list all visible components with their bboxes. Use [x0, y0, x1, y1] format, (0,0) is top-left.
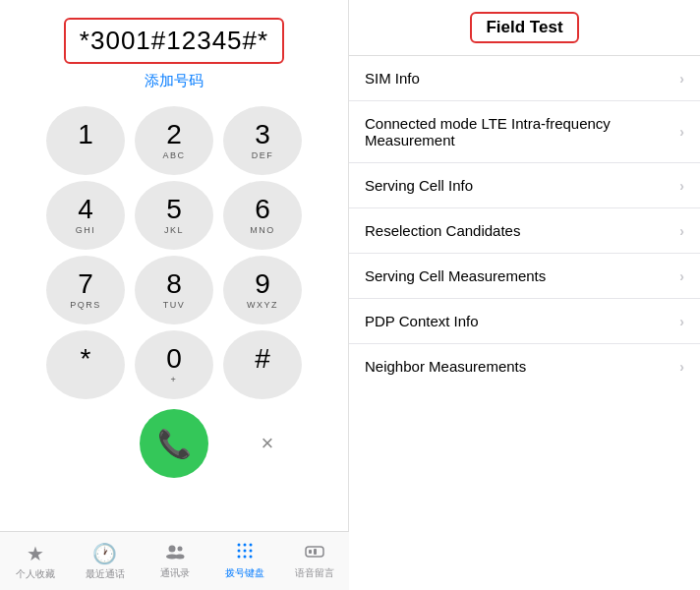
tab-label-2: 通讯录: [160, 566, 190, 580]
tab-item-2[interactable]: 通讯录: [140, 542, 209, 580]
key-button-5[interactable]: 5 JKL: [135, 181, 213, 250]
chevron-icon-2: ›: [679, 178, 684, 194]
field-test-header: Field Test: [349, 0, 700, 56]
key-sub: ABC: [162, 150, 185, 160]
key-button-4[interactable]: 4 GHI: [46, 181, 125, 250]
svg-point-11: [243, 556, 246, 559]
tab-label-4: 语音留言: [295, 566, 334, 580]
svg-point-7: [237, 550, 240, 553]
tab-label-1: 最近通话: [86, 567, 125, 581]
dialer-actions: 📞 ×: [0, 409, 348, 478]
chevron-icon-0: ›: [679, 71, 684, 87]
menu-list: SIM Info › Connected mode LTE Intra-freq…: [349, 56, 700, 590]
tab-label-3: 拨号键盘: [225, 566, 264, 580]
menu-item-label-1: Connected mode LTE Intra-frequency Measu…: [365, 115, 671, 148]
svg-point-2: [177, 547, 182, 552]
key-button-3[interactable]: 3 DEF: [223, 106, 302, 175]
menu-item-label-5: PDP Context Info: [365, 313, 671, 329]
tab-item-1[interactable]: 🕐最近通话: [70, 542, 140, 581]
svg-rect-14: [309, 550, 312, 554]
key-main: 8: [166, 270, 182, 298]
chevron-icon-4: ›: [679, 268, 684, 284]
key-main: 0: [166, 345, 182, 373]
svg-point-3: [175, 555, 184, 560]
key-button-2[interactable]: 2 ABC: [135, 106, 213, 175]
field-test-title: Field Test: [470, 12, 578, 43]
key-main: 4: [78, 196, 93, 223]
menu-item-6[interactable]: Neighbor Measurements ›: [349, 344, 700, 388]
key-button-8[interactable]: 8 TUV: [135, 256, 213, 324]
key-button-7[interactable]: 7 PQRS: [46, 256, 125, 324]
menu-item-0[interactable]: SIM Info ›: [349, 56, 700, 101]
key-sub: JKL: [164, 225, 184, 235]
key-button-0[interactable]: 0 +: [135, 330, 213, 399]
svg-point-12: [249, 556, 252, 559]
tab-label-0: 个人收藏: [16, 567, 55, 581]
key-main: #: [255, 345, 270, 373]
dialer-panel: *3001#12345#* 添加号码 1 2 ABC 3 DEF 4 GHI 5…: [0, 0, 349, 590]
key-button-1[interactable]: 1: [46, 106, 125, 175]
key-sub: TUV: [163, 300, 186, 310]
tab-icon-4: [305, 542, 324, 564]
delete-icon: ×: [262, 431, 274, 456]
svg-point-4: [237, 544, 240, 547]
chevron-icon-5: ›: [679, 314, 684, 329]
svg-point-0: [168, 546, 175, 553]
dialer-display: *3001#12345#*: [64, 18, 284, 64]
delete-button[interactable]: ×: [248, 424, 287, 463]
call-button[interactable]: 📞: [140, 409, 208, 478]
key-button-9[interactable]: 9 WXYZ: [223, 256, 302, 324]
key-main: *: [81, 345, 91, 373]
menu-item-label-4: Serving Cell Measurements: [365, 267, 671, 284]
tab-item-0[interactable]: ★个人收藏: [0, 542, 70, 581]
menu-item-1[interactable]: Connected mode LTE Intra-frequency Measu…: [349, 101, 700, 163]
key-sub: +: [171, 375, 178, 384]
tab-icon-2: [165, 542, 185, 564]
key-sub: PQRS: [70, 300, 101, 310]
svg-point-6: [249, 544, 252, 547]
menu-item-5[interactable]: PDP Context Info ›: [349, 299, 700, 344]
key-sub: WXYZ: [247, 300, 278, 310]
svg-point-10: [237, 556, 240, 559]
key-main: 5: [166, 196, 182, 223]
svg-point-9: [249, 550, 252, 553]
key-sub: MNO: [250, 225, 275, 235]
svg-point-5: [243, 544, 246, 547]
key-button-*[interactable]: *: [46, 330, 125, 399]
field-test-panel: Field Test SIM Info › Connected mode LTE…: [349, 0, 700, 590]
add-number-link[interactable]: 添加号码: [145, 72, 204, 90]
menu-item-4[interactable]: Serving Cell Measurements ›: [349, 254, 700, 299]
menu-item-3[interactable]: Reselection Candidates ›: [349, 208, 700, 254]
key-main: 7: [78, 270, 93, 298]
chevron-icon-1: ›: [679, 124, 684, 140]
key-sub: GHI: [76, 225, 96, 235]
menu-item-2[interactable]: Serving Cell Info ›: [349, 163, 700, 208]
svg-rect-15: [314, 549, 317, 555]
tab-icon-0: ★: [27, 542, 44, 565]
key-main: 1: [78, 121, 93, 148]
menu-item-label-3: Reselection Candidates: [365, 222, 671, 239]
key-button-#[interactable]: #: [223, 330, 302, 399]
key-main: 2: [166, 121, 182, 148]
keypad: 1 2 ABC 3 DEF 4 GHI 5 JKL 6 MNO 7 PQRS 8…: [46, 106, 302, 399]
chevron-icon-3: ›: [679, 223, 684, 239]
chevron-icon-6: ›: [679, 359, 684, 375]
key-main: 6: [255, 196, 270, 223]
tab-bar: ★个人收藏🕐最近通话通讯录 拨号键盘语音留言: [0, 531, 349, 590]
key-main: 9: [255, 270, 270, 298]
tab-icon-1: 🕐: [92, 542, 117, 565]
tab-item-3[interactable]: 拨号键盘: [209, 542, 279, 580]
key-sub: DEF: [252, 150, 274, 160]
phone-icon: 📞: [157, 428, 192, 460]
tab-item-4[interactable]: 语音留言: [279, 542, 349, 580]
menu-item-label-6: Neighbor Measurements: [365, 358, 671, 375]
tab-icon-3: [236, 542, 254, 564]
menu-item-label-0: SIM Info: [365, 70, 671, 87]
key-main: 3: [255, 121, 270, 148]
svg-point-8: [243, 550, 246, 553]
key-button-6[interactable]: 6 MNO: [223, 181, 302, 250]
menu-item-label-2: Serving Cell Info: [365, 177, 671, 194]
